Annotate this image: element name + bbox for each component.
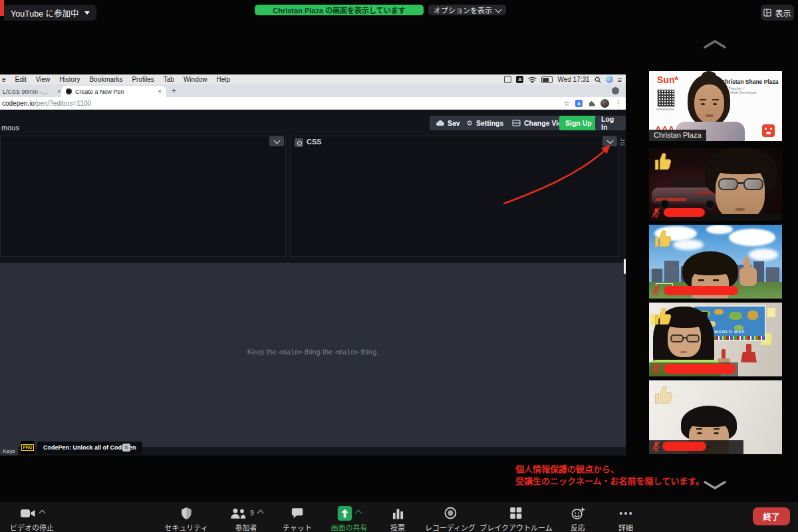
tab-close-icon[interactable]: × (158, 88, 162, 95)
thumbs-up-reaction-icon (654, 384, 674, 404)
chevron-up-icon[interactable] (257, 510, 263, 517)
menu-help[interactable]: Help (217, 76, 231, 83)
gallery-next-chevron[interactable] (703, 480, 727, 491)
tabstrip-profile-icon[interactable] (612, 87, 619, 94)
privacy-annotation-line2: 受講生のニックネーム・お名前を隠しています。 (515, 475, 704, 487)
menubar-clock: Wed 17:31 (557, 76, 589, 83)
control-center-icon[interactable]: ≡ (618, 76, 622, 84)
camera-icon (20, 507, 36, 519)
video-tile-student-1[interactable] (649, 148, 782, 221)
js-editor-collapsed-strip[interactable]: JS (619, 136, 626, 257)
security-button[interactable]: セキュリティ (164, 506, 207, 532)
sun-logo: Sun* (657, 74, 678, 85)
menu-profiles[interactable]: Profiles (132, 76, 154, 83)
settings-button[interactable]: ⚙ Settings (460, 116, 509, 130)
reactions-label: 反応 (571, 522, 585, 532)
participants-count: 9 (250, 509, 254, 517)
keys-button[interactable]: Keys (0, 447, 18, 456)
menu-history[interactable]: History (59, 76, 80, 83)
muted-mic-icon (652, 285, 660, 296)
screen-capture-icon (504, 76, 511, 83)
sun-mascot-icon (762, 124, 775, 137)
brush-handle (722, 349, 726, 359)
browser-urlbar[interactable]: codepen.io/pen/?editors=1100 ☆ a ⋮ (0, 97, 626, 110)
menu-window[interactable]: Window (184, 76, 207, 83)
student4-eye (714, 432, 719, 434)
css-gear-icon (295, 138, 303, 147)
spotlight-search-icon[interactable] (595, 76, 601, 83)
reactions-button[interactable]: 反応 (571, 506, 585, 532)
end-meeting-button[interactable]: 終了 (753, 507, 790, 525)
sign-up-button[interactable]: Sign Up (559, 116, 598, 130)
recording-button[interactable]: レコーディング (425, 506, 475, 532)
siri-icon[interactable] (606, 76, 613, 83)
privacy-annotation: 個人情報保護の観点から、 受講生のニックネーム・お名前を隠しています。 (515, 464, 704, 487)
breakout-rooms-label: ブレイクアウトルーム (479, 522, 552, 532)
share-options-button[interactable]: オプションを表示 (428, 5, 506, 15)
host-card-name: Christan Shane Plaza (721, 78, 779, 85)
browser-menu-icon[interactable]: ⋮ (614, 99, 622, 108)
more-dots-icon (619, 511, 632, 515)
gallery-collapse-chevron[interactable] (703, 39, 727, 49)
gear-icon: ⚙ (466, 119, 473, 128)
chat-button[interactable]: チャット (283, 506, 312, 532)
window-scrollbar-thumb[interactable] (624, 259, 626, 274)
participants-button[interactable]: 9 参加者 (229, 506, 263, 532)
translate-icon[interactable]: a (575, 100, 583, 107)
breakout-rooms-button[interactable]: ブレイクアウトルーム (479, 506, 552, 532)
more-button[interactable]: 詳細 (618, 506, 633, 532)
new-tab-button[interactable]: + (172, 86, 176, 96)
student4-eye (697, 432, 702, 434)
menu-tab[interactable]: Tab (164, 76, 174, 83)
menu-view[interactable]: View (36, 76, 51, 83)
cloud (706, 225, 733, 234)
chevron-up-icon[interactable] (39, 510, 45, 517)
host-business-card: Christan Shane Plaza Aka Teacher / Sun* … (721, 78, 779, 94)
shared-browser-window: e Edit View History Bookmarks Profiles T… (0, 74, 626, 456)
extensions-puzzle-icon[interactable] (588, 100, 595, 107)
tab-create-new-pen[interactable]: Create a New Pen × (61, 86, 166, 97)
share-screen-button[interactable]: 画面の共有 (331, 506, 368, 532)
video-tile-student-3[interactable]: WORLD MAP (649, 303, 782, 376)
stop-video-button[interactable]: ビデオの停止 (10, 506, 54, 532)
menu-bookmarks[interactable]: Bookmarks (89, 76, 122, 83)
tooltip-close-icon[interactable]: × (122, 444, 130, 452)
student3-glasses-right (686, 334, 700, 342)
chat-label: チャット (283, 522, 312, 532)
youtube-live-stream-label: YouTube に参加中 (11, 7, 79, 19)
host-mouth (706, 114, 714, 117)
end-meeting-label: 終了 (763, 510, 779, 523)
host-brow (712, 99, 719, 100)
video-tile-student-2[interactable] (649, 225, 782, 299)
student3-glasses-bridge (683, 337, 687, 338)
browser-profile-avatar[interactable] (600, 99, 609, 108)
qr-code (657, 89, 675, 107)
chevron-down-icon (495, 6, 502, 13)
youtube-live-stream-button[interactable]: YouTube に参加中 (4, 5, 96, 21)
polls-button[interactable]: 投票 (390, 506, 405, 532)
map-continent (714, 309, 724, 315)
car-accent (655, 198, 686, 201)
share-screen-label: 画面の共有 (331, 522, 368, 532)
student1-glasses-right (743, 178, 763, 190)
tab-google-slides[interactable]: L/CSS 90min - Google Sli × (0, 86, 64, 97)
bookmark-star-icon[interactable]: ☆ (563, 99, 570, 108)
settings-label: Settings (476, 119, 503, 127)
view-layout-button[interactable]: 表示 (761, 5, 794, 21)
video-tile-host[interactable]: Sun* AAA AWESOME ARS ACADEMIA Christan S… (649, 71, 782, 141)
log-in-button[interactable]: Log In (595, 116, 626, 130)
redacted-name-bar (662, 442, 706, 451)
video-tile-student-4[interactable] (649, 380, 782, 454)
student1-fringe (710, 157, 771, 174)
html-editor-panel[interactable] (0, 136, 286, 257)
wifi-icon (528, 76, 537, 83)
chevron-up-icon[interactable] (355, 510, 362, 517)
menu-file-fragment[interactable]: e (2, 76, 6, 83)
host-eye (713, 103, 717, 105)
html-panel-dropdown-button[interactable] (269, 136, 284, 146)
codepen-pro-extension-icon[interactable]: PRO (21, 441, 35, 454)
chat-bubble-icon (291, 507, 304, 519)
privacy-annotation-line1: 個人情報保護の観点から、 (515, 464, 704, 475)
menu-edit[interactable]: Edit (15, 76, 27, 83)
cloud (673, 239, 704, 250)
